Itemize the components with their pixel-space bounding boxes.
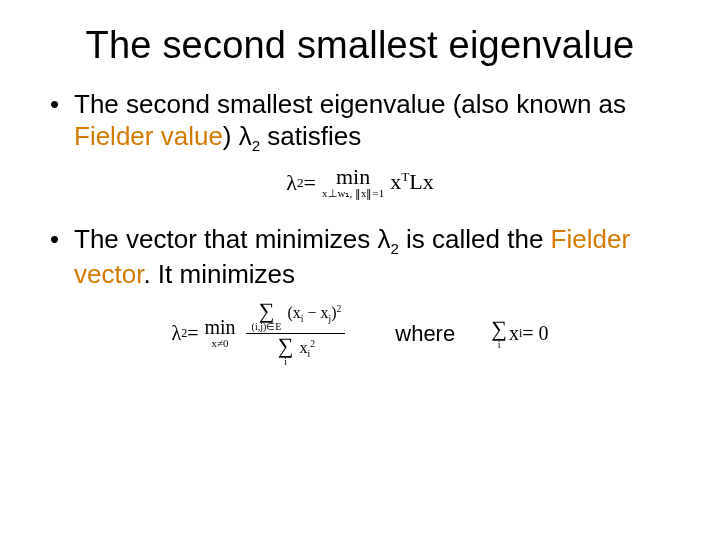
bullet-list: The second smallest eigenvalue (also kno… bbox=[50, 89, 670, 155]
eq1-min-op: min bbox=[336, 165, 370, 188]
eq2-num-sigma-lim: (i,j)∈E bbox=[252, 322, 282, 332]
eq2-denominator: ∑ i xi2 bbox=[272, 335, 319, 367]
where-label: where bbox=[395, 321, 455, 347]
bullet-2: The vector that minimizes λ2 is called t… bbox=[50, 224, 670, 290]
eq1-equals: = bbox=[304, 170, 316, 196]
eq2-den-sigma: ∑ i bbox=[278, 335, 294, 367]
eq1-x2: x bbox=[423, 170, 434, 195]
eq1-T: T bbox=[401, 169, 409, 184]
eq1-x1: x bbox=[390, 170, 401, 195]
eq2-den-i: i bbox=[308, 348, 311, 359]
equation-2: λ2 = min x≠0 ∑ (i,j)∈E (xi − xj)2 ∑ bbox=[50, 300, 670, 367]
eq1-min: min x⊥w₁, ‖x‖=1 bbox=[322, 165, 384, 200]
eq2-den-pow: 2 bbox=[310, 338, 315, 349]
eq2-num-mid: − x bbox=[303, 304, 328, 321]
eq2-numerator: ∑ (i,j)∈E (xi − xj)2 bbox=[246, 300, 346, 332]
eq1-rhs: xTLx bbox=[390, 169, 434, 195]
eq2-sum-x: x bbox=[509, 322, 519, 345]
bullet-2-lambda: λ bbox=[377, 224, 390, 254]
bullet-1-sub: 2 bbox=[252, 137, 260, 154]
eq2-constraint: ∑ i xi = 0 bbox=[489, 318, 548, 350]
eq2-left: λ2 = min x≠0 ∑ (i,j)∈E (xi − xj)2 ∑ bbox=[172, 300, 350, 367]
eq2-sum-sigma: ∑ i bbox=[491, 318, 507, 350]
eq2-sum-sigma-sym: ∑ bbox=[491, 318, 507, 340]
slide-title: The second smallest eigenvalue bbox=[50, 24, 670, 67]
eq2-fraction-bar bbox=[246, 333, 346, 334]
eq2-min-op: min bbox=[204, 317, 235, 338]
bullet-2-sub: 2 bbox=[390, 240, 398, 257]
bullet-1-orange: Fielder value bbox=[74, 121, 223, 151]
eq2-fraction: ∑ (i,j)∈E (xi − xj)2 ∑ i xi2 bbox=[246, 300, 346, 367]
bullet-1-text-pre: The second smallest eigenvalue (also kno… bbox=[74, 89, 626, 119]
eq1-min-cond: x⊥w₁, ‖x‖=1 bbox=[322, 188, 384, 200]
eq2-den-sigma-sym: ∑ bbox=[278, 335, 294, 357]
eq2-sum-eq: = 0 bbox=[522, 322, 548, 345]
eq1-L: L bbox=[409, 170, 422, 195]
eq2-lambda: λ bbox=[172, 322, 182, 345]
bullet-2-tail: . It minimizes bbox=[143, 259, 295, 289]
slide: The second smallest eigenvalue The secon… bbox=[0, 0, 720, 540]
bullet-1-post-paren: ) bbox=[223, 121, 239, 151]
bullet-2-pre: The vector that minimizes bbox=[74, 224, 377, 254]
bullet-2-mid: is called the bbox=[399, 224, 551, 254]
equation-1: λ2 = min x⊥w₁, ‖x‖=1 xTLx bbox=[50, 165, 670, 200]
eq2-min-cond: x≠0 bbox=[212, 338, 229, 350]
eq2-equals: = bbox=[187, 322, 198, 345]
eq2-den-sigma-lim: i bbox=[284, 357, 287, 367]
bullet-1-lambda: λ bbox=[239, 121, 252, 151]
eq2-min: min x≠0 bbox=[204, 317, 235, 350]
eq2-num-pow: 2 bbox=[336, 303, 341, 314]
eq2-num-sigma-sym: ∑ bbox=[259, 300, 275, 322]
eq2-num-sigma: ∑ (i,j)∈E bbox=[252, 300, 282, 332]
eq1-lambda: λ bbox=[286, 170, 297, 196]
eq2-sum-sigma-lim: i bbox=[498, 340, 501, 350]
eq2-den-x: x bbox=[300, 339, 308, 356]
eq2-num-open: (x bbox=[287, 304, 300, 321]
bullet-1-tail: satisfies bbox=[260, 121, 361, 151]
bullet-1: The second smallest eigenvalue (also kno… bbox=[50, 89, 670, 155]
bullet-list-2: The vector that minimizes λ2 is called t… bbox=[50, 224, 670, 290]
eq1-sub: 2 bbox=[297, 175, 304, 191]
